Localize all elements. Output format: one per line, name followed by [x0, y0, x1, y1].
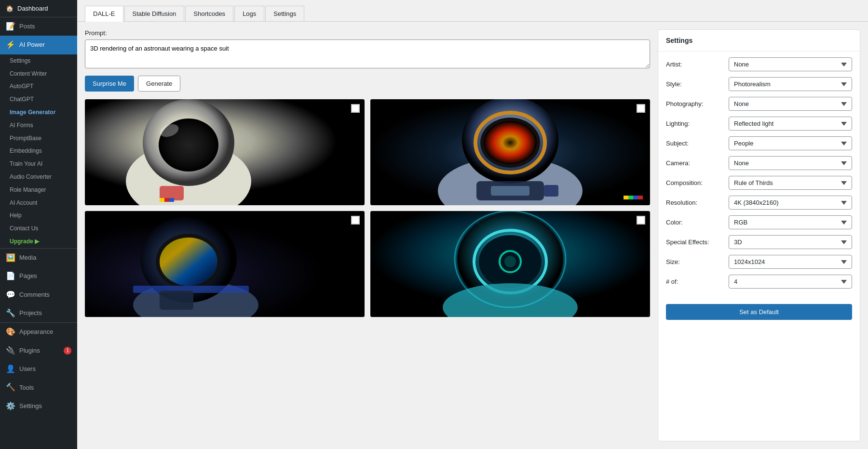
sidebar-label-appearance: Appearance [19, 328, 53, 336]
image-select-2[interactable] [637, 104, 645, 113]
image-cell-2 [370, 99, 650, 205]
sidebar-item-chatgpt[interactable]: ChatGPT [4, 93, 77, 106]
tab-logs[interactable]: Logs [234, 6, 264, 21]
sidebar-item-users[interactable]: 👤 Users [0, 360, 77, 378]
sidebar-label-settings: Settings [19, 402, 42, 410]
sidebar-label-media: Media [19, 253, 36, 262]
action-buttons: Surprise Me Generate [85, 76, 650, 92]
sidebar-item-ai-power[interactable]: ⚡ AI Power [0, 36, 77, 54]
appearance-icon: 🎨 [6, 327, 15, 337]
settings-select-lighting[interactable]: None Reflected light Natural light Studi… [729, 117, 852, 131]
astronaut-image-2 [370, 99, 650, 205]
tab-settings[interactable]: Settings [265, 6, 304, 21]
sidebar-item-projects[interactable]: 🔧 Projects [0, 304, 77, 322]
image-select-1[interactable] [351, 104, 360, 113]
settings-label-composition: Composition: [666, 179, 729, 186]
sidebar-item-settings[interactable]: ⚙️ Settings [0, 397, 77, 415]
sidebar-item-promptbase[interactable]: PromptBase [4, 132, 77, 145]
settings-label-color: Color: [666, 219, 729, 226]
set-default-button[interactable]: Set as Default [666, 304, 852, 320]
sidebar-item-tools[interactable]: 🔨 Tools [0, 378, 77, 396]
settings-select-photography[interactable]: None Portrait Landscape [729, 97, 852, 111]
settings-select-composition[interactable]: None Rule of Thirds Symmetry [729, 176, 852, 190]
sidebar-label-upgrade: Upgrade ▶ [10, 238, 39, 246]
generate-button[interactable]: Generate [138, 76, 180, 92]
sidebar-label-contact-us: Contact Us [10, 224, 38, 233]
image-cell-3 [85, 211, 365, 317]
settings-label-subject: Subject: [666, 140, 729, 147]
sidebar-item-train-ai[interactable]: Train Your AI [4, 158, 77, 171]
svg-point-14 [484, 121, 537, 164]
main-content: DALL-E Stable Diffusion Shortcodes Logs … [77, 0, 868, 449]
astronaut-image-4 [370, 211, 650, 317]
tab-stable-diffusion[interactable]: Stable Diffusion [124, 6, 185, 21]
settings-body: Artist: None Picasso Van Gogh Style: Pho… [658, 52, 860, 300]
sidebar-item-appearance[interactable]: 🎨 Appearance [0, 323, 77, 341]
prompt-label: Prompt: [85, 29, 650, 37]
settings-select-style[interactable]: Photorealism Digital Art Oil Painting [729, 77, 852, 91]
dashboard-icon: 🏠 [6, 5, 14, 12]
prompt-textarea[interactable]: 3D rendering of an astronaut wearing a s… [85, 40, 650, 68]
sidebar-label-embeddings: Embeddings [10, 147, 42, 155]
sidebar-item-plugins[interactable]: 🔌 Plugins 1 [0, 342, 77, 360]
settings-select-size[interactable]: 256x256 512x512 1024x1024 [729, 255, 852, 269]
settings-row-size: Size: 256x256 512x512 1024x1024 [666, 255, 852, 269]
sidebar-item-contact-us[interactable]: Contact Us [4, 222, 77, 235]
tab-dalle[interactable]: DALL-E [85, 6, 123, 22]
sidebar-header[interactable]: 🏠 Dashboard [0, 0, 77, 17]
sidebar-item-role-manager[interactable]: Role Manager [4, 184, 77, 197]
sidebar-label-audio-converter: Audio Converter [10, 173, 52, 181]
image-select-3[interactable] [351, 216, 360, 224]
sidebar-item-embeddings[interactable]: Embeddings [4, 145, 77, 158]
settings-panel-title: Settings [658, 30, 860, 52]
content-area: Prompt: 3D rendering of an astronaut wea… [77, 22, 868, 449]
sidebar-label-train-ai: Train Your AI [10, 160, 42, 168]
sidebar-item-posts[interactable]: 📝 Posts [0, 17, 77, 36]
sidebar-item-ai-forms[interactable]: AI Forms [4, 119, 77, 132]
sidebar-item-upgrade[interactable]: Upgrade ▶ [4, 235, 77, 248]
plugins-badge: 1 [64, 347, 71, 355]
sidebar-label-ai-forms: AI Forms [10, 121, 33, 130]
surprise-me-button[interactable]: Surprise Me [85, 76, 134, 92]
sidebar-item-help[interactable]: Help [4, 209, 77, 222]
sidebar-label-promptbase: PromptBase [10, 134, 41, 143]
svg-rect-19 [628, 196, 633, 199]
sidebar-label-pages: Pages [19, 272, 37, 280]
sidebar-label-chatgpt: ChatGPT [10, 95, 34, 104]
svg-rect-21 [638, 196, 643, 199]
sidebar-label-plugins: Plugins [19, 346, 40, 355]
settings-select-resolution[interactable]: 1080p 4K (3840x2160) 8K [729, 196, 852, 210]
sidebar-label-ai-power: AI Power [19, 40, 45, 49]
settings-label-lighting: Lighting: [666, 120, 729, 127]
svg-point-34 [504, 256, 516, 267]
sidebar-item-pages[interactable]: 📄 Pages [0, 267, 77, 285]
sidebar-label-projects: Projects [19, 309, 42, 317]
tab-bar: DALL-E Stable Diffusion Shortcodes Logs … [77, 0, 868, 22]
settings-select-camera[interactable]: None Wide angle Telephoto [729, 156, 852, 170]
ai-power-icon: ⚡ [6, 40, 15, 50]
tab-shortcodes[interactable]: Shortcodes [185, 6, 233, 21]
sidebar-item-media[interactable]: 🖼️ Media [0, 249, 77, 267]
settings-row-camera: Camera: None Wide angle Telephoto [666, 156, 852, 170]
sidebar-item-autogpt[interactable]: AutoGPT [4, 80, 77, 93]
settings-select-color[interactable]: RGB CMYK Grayscale [729, 215, 852, 229]
sidebar-item-image-generator[interactable]: Image Generator [4, 106, 77, 119]
sidebar-label-ai-account: AI Account [10, 199, 37, 207]
settings-row-lighting: Lighting: None Reflected light Natural l… [666, 117, 852, 131]
sidebar-label-autogpt: AutoGPT [10, 82, 33, 91]
settings-label-size: Size: [666, 258, 729, 265]
image-select-4[interactable] [637, 216, 645, 224]
sidebar-item-settings-sub[interactable]: Settings [4, 54, 77, 67]
sidebar-section-media: 🖼️ Media 📄 Pages 💬 Comments 🔧 Projects [0, 248, 77, 323]
sidebar-item-audio-converter[interactable]: Audio Converter [4, 171, 77, 184]
settings-select-subject[interactable]: None People Animals Objects [729, 136, 852, 150]
settings-select-num-of[interactable]: 1 2 3 4 [729, 275, 852, 289]
settings-label-camera: Camera: [666, 159, 729, 167]
svg-rect-8 [169, 198, 174, 202]
sidebar-item-comments[interactable]: 💬 Comments [0, 286, 77, 304]
settings-select-artist[interactable]: None Picasso Van Gogh [729, 57, 852, 71]
sidebar-item-ai-account[interactable]: AI Account [4, 197, 77, 210]
plugins-icon: 🔌 [6, 345, 15, 356]
sidebar-item-content-writer[interactable]: Content Writer [4, 67, 77, 80]
settings-select-special-effects[interactable]: None 3D Blur [729, 235, 852, 249]
